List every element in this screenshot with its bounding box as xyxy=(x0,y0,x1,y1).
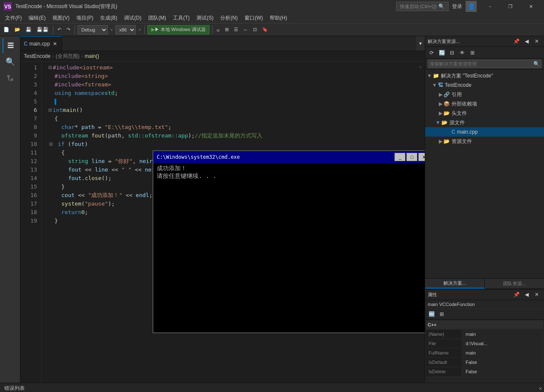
error-list-tab[interactable]: 错误列表 xyxy=(0,383,29,392)
tab-main-cpp[interactable]: C main.cpp ✕ xyxy=(20,36,62,51)
menu-view[interactable]: 视图(V) xyxy=(49,13,73,23)
sidebar-arrow-button[interactable]: ◀ xyxy=(522,37,531,46)
new-file-button[interactable]: 📄 xyxy=(2,25,11,34)
header-arrow[interactable]: ▶ xyxy=(439,110,443,116)
team-tab[interactable]: 团队资源... xyxy=(485,279,544,289)
cmd-window[interactable]: C:\Windows\system32\cmd.exe _ □ ✕ 成功添加！ … xyxy=(153,150,425,333)
save-button[interactable]: 💾 xyxy=(24,25,33,34)
quick-launch[interactable]: 快速启动 (Ctrl+Q) 🔍 xyxy=(396,2,449,11)
fold-10[interactable]: ⊟ xyxy=(49,140,53,149)
show-all-button[interactable]: 👁 xyxy=(458,48,467,57)
undo-button[interactable]: ↶ xyxy=(56,25,63,34)
props-val-name: main xyxy=(463,330,543,338)
cmd-close-button[interactable]: ✕ xyxy=(418,153,425,161)
collapse-all-button[interactable]: ⊟ xyxy=(447,48,457,57)
sync-button[interactable]: ⟳ xyxy=(427,48,436,57)
menu-file[interactable]: 文件(F) xyxy=(2,13,25,23)
resource-label: 资源文件 xyxy=(452,138,472,145)
tree-solution[interactable]: ▼ 📁 解决方案 "TestEncode" xyxy=(425,71,544,80)
tree-header-files[interactable]: ▶ 📂 头文件 xyxy=(425,109,544,118)
breadcrumb-bar: TestEncode › (全局范围) › main() xyxy=(20,51,425,62)
extern-icon: 📦 xyxy=(443,101,450,107)
run-button[interactable]: ▶ ▶ 本地 Windows 调试器 xyxy=(147,25,210,34)
open-button[interactable]: 📂 xyxy=(13,25,22,34)
props-close-button[interactable]: ✕ xyxy=(532,290,541,299)
git-icon[interactable] xyxy=(3,70,18,86)
toolbar-extra-5[interactable]: ⊡ xyxy=(251,25,259,34)
fold-1[interactable]: ⊟ xyxy=(49,63,52,72)
tree-references[interactable]: ▶ 🔗 引用 xyxy=(425,90,544,99)
toolbar-extra-3[interactable]: ☰ xyxy=(232,25,240,34)
user-avatar[interactable]: 👤 xyxy=(466,1,477,12)
search-activity-icon[interactable]: 🔍 xyxy=(3,54,18,69)
breadcrumb-filename: TestEncode xyxy=(24,53,51,59)
props-section-label: C++ xyxy=(426,320,543,329)
login-button[interactable]: 登录 xyxy=(452,3,462,10)
props-row-fullname: FullName main xyxy=(426,349,543,357)
tree-project[interactable]: ▼ 🏗 TestEncode xyxy=(425,80,544,90)
solution-tab[interactable]: 解决方案... xyxy=(425,279,485,289)
tree-external-deps[interactable]: ▶ 📦 外部依赖项 xyxy=(425,99,544,109)
resource-arrow[interactable]: ▶ xyxy=(439,138,443,144)
tab-overflow-button[interactable]: ▾ xyxy=(416,36,425,51)
bottom-panel-close[interactable]: ✕ xyxy=(538,386,542,392)
ref-arrow[interactable]: ▶ xyxy=(439,92,443,97)
solution-explorer-title: 解决方案资源... xyxy=(428,38,460,45)
menu-project[interactable]: 项目(P) xyxy=(73,13,97,23)
source-arrow[interactable]: ▼ xyxy=(435,120,440,126)
menu-debug[interactable]: 调试(D) xyxy=(121,13,145,23)
tree-resource-files[interactable]: ▶ 📂 资源文件 xyxy=(425,137,544,146)
minimize-button[interactable]: － xyxy=(480,0,500,13)
sidebar-search-input[interactable] xyxy=(428,60,541,68)
sidebar-pin-button[interactable]: 📌 xyxy=(512,37,521,46)
filter-button[interactable]: ⊞ xyxy=(468,48,477,57)
menu-build[interactable]: 生成(B) xyxy=(97,13,121,23)
menu-tools[interactable]: 工具(T) xyxy=(170,13,193,23)
extern-arrow[interactable]: ▶ xyxy=(439,101,443,107)
menu-team[interactable]: 团队(M) xyxy=(145,13,170,23)
menu-analyze[interactable]: 分析(N) xyxy=(217,13,241,23)
sidebar-close-button[interactable]: ✕ xyxy=(532,37,541,46)
add-line-button[interactable]: ＋ xyxy=(418,63,423,71)
redo-button[interactable]: ↷ xyxy=(65,25,72,34)
props-category-button[interactable]: ⊞ xyxy=(437,309,446,319)
menu-window[interactable]: 窗口(W) xyxy=(241,13,266,23)
refresh-button[interactable]: 🔄 xyxy=(437,48,446,57)
props-pin-button[interactable]: 📌 xyxy=(512,290,521,299)
cmd-titlebar[interactable]: C:\Windows\system32\cmd.exe _ □ ✕ xyxy=(153,151,425,163)
toolbar-extra-6[interactable]: 🔖 xyxy=(260,25,270,34)
save-all-button[interactable]: 💾💾 xyxy=(35,25,50,34)
menu-test[interactable]: 测试(S) xyxy=(193,13,217,23)
tab-bar: C main.cpp ✕ ▾ xyxy=(20,36,425,51)
close-button[interactable]: ✕ xyxy=(521,0,541,13)
toolbar-extra-1[interactable]: ⎄ xyxy=(215,25,222,34)
cmd-minimize-button[interactable]: _ xyxy=(394,153,406,161)
props-key-file: File xyxy=(426,339,462,348)
window-controls: － ❐ ✕ xyxy=(480,0,541,13)
menu-edit[interactable]: 编辑(E) xyxy=(25,13,49,23)
cursor-indicator xyxy=(55,99,56,105)
props-arrow-button[interactable]: ◀ xyxy=(522,290,531,299)
bottom-tabs-left: 错误列表 xyxy=(0,383,29,392)
restore-button[interactable]: ❐ xyxy=(501,0,520,13)
platform-select[interactable]: x86 x64 xyxy=(115,25,136,34)
tab-close-button[interactable]: ✕ xyxy=(52,40,58,47)
explorer-icon[interactable] xyxy=(3,38,18,53)
tree-main-cpp[interactable]: C main.cpp xyxy=(425,127,544,137)
tab-label: main.cpp xyxy=(29,41,50,47)
props-sort-button[interactable]: 🔤 xyxy=(427,309,436,319)
fold-6[interactable]: ⊟ xyxy=(49,106,52,114)
cmd-maximize-button[interactable]: □ xyxy=(406,153,417,161)
titlebar: VS TestEncode - Microsoft Visual Studio(… xyxy=(0,0,544,13)
tree-source-files[interactable]: ▼ 📂 源文件 xyxy=(425,118,544,127)
project-label: TestEncode xyxy=(445,82,472,88)
sidebar-toolbar: ⟳ 🔄 ⊟ 👁 ⊞ xyxy=(425,47,544,59)
toolbar-extra-4[interactable]: ↔ xyxy=(242,25,250,34)
bottom-tab-controls: ✕ xyxy=(538,386,544,392)
debug-config-select[interactable]: Debug Release xyxy=(78,25,108,34)
project-arrow[interactable]: ▼ xyxy=(432,82,437,88)
solution-arrow[interactable]: ▼ xyxy=(427,73,432,79)
props-target-text: main VCCodeFunction xyxy=(428,302,475,307)
toolbar-extra-2[interactable]: ⊞ xyxy=(223,25,230,34)
menu-help[interactable]: 帮助(H) xyxy=(266,13,291,23)
